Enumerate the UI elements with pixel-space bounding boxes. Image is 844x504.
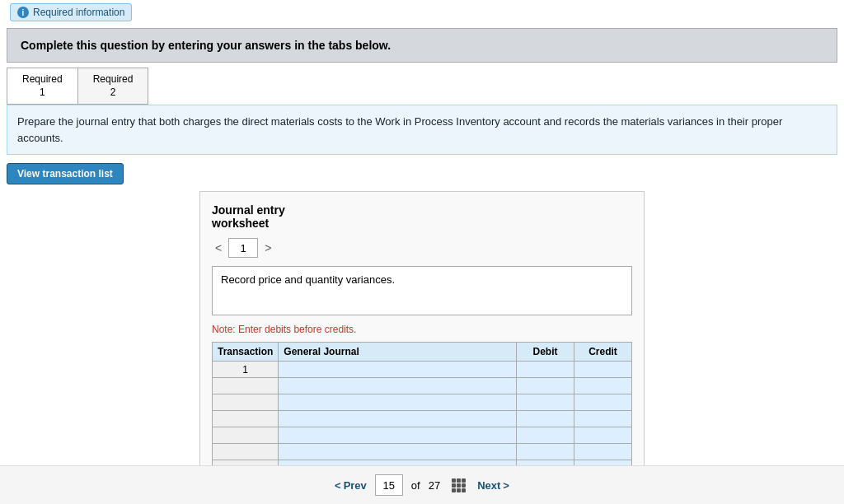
table-row [213, 411, 632, 427]
prev-button[interactable]: < Prev [335, 479, 367, 492]
credit-cell[interactable] [574, 362, 632, 378]
journal-entry-table: Transaction General Journal Debit Credit… [212, 342, 632, 477]
credit-cell[interactable] [574, 378, 632, 394]
col-header-credit: Credit [574, 343, 632, 362]
credit-cell[interactable] [574, 444, 632, 460]
debit-cell[interactable] [517, 362, 574, 378]
view-transaction-list-button[interactable]: View transaction list [7, 163, 124, 184]
required-info-badge: i Required information [10, 3, 132, 21]
transaction-num-cell [213, 444, 279, 460]
table-row [213, 444, 632, 460]
journal-entry-worksheet: Journal entry worksheet < > Record price… [199, 191, 645, 504]
debits-before-credits-note: Note: Enter debits before credits. [212, 324, 632, 335]
prev-page-button[interactable]: < [212, 240, 225, 256]
instruction-box: Prepare the journal entry that both char… [7, 105, 837, 155]
next-page-button[interactable]: > [261, 240, 274, 256]
table-row [213, 394, 632, 411]
description-text: Record price and quantity variances. [221, 273, 395, 286]
instruction-text: Prepare the journal entry that both char… [17, 115, 782, 144]
general-journal-cell[interactable] [279, 394, 517, 411]
tab-required-2[interactable]: Required2 [78, 68, 148, 104]
worksheet-title-line1: Journal entry [212, 203, 285, 217]
col-header-transaction: Transaction [213, 343, 279, 362]
table-row [213, 427, 632, 444]
page-nav-row: < > [212, 238, 632, 258]
general-journal-cell[interactable] [279, 427, 517, 444]
of-text: of [411, 479, 420, 492]
info-icon: i [17, 7, 29, 18]
transaction-num-cell [213, 378, 279, 394]
tabs-row: Required1 Required2 [7, 68, 148, 105]
next-chevron-icon: > [503, 479, 509, 492]
general-journal-cell[interactable] [279, 378, 517, 394]
total-pages: 27 [429, 479, 440, 492]
worksheet-title: Journal entry worksheet [212, 203, 632, 230]
general-journal-cell[interactable] [279, 362, 517, 378]
credit-cell[interactable] [574, 427, 632, 444]
complete-question-box: Complete this question by entering your … [7, 28, 837, 63]
credit-cell[interactable] [574, 411, 632, 427]
worksheet-title-line2: worksheet [212, 217, 269, 230]
table-row [213, 378, 632, 394]
next-button[interactable]: Next > [477, 479, 509, 492]
footer-nav: < Prev of 27 Next > [0, 465, 844, 504]
tab-required-1[interactable]: Required1 [7, 68, 78, 104]
page-number-input[interactable] [228, 238, 258, 258]
debit-cell[interactable] [517, 394, 574, 411]
debit-cell[interactable] [517, 427, 574, 444]
col-header-debit: Debit [517, 343, 574, 362]
general-journal-cell[interactable] [279, 411, 517, 427]
debit-cell[interactable] [517, 444, 574, 460]
transaction-num-cell [213, 411, 279, 427]
table-row: 1 [213, 362, 632, 378]
prev-chevron-icon: < [335, 479, 341, 492]
current-page-input[interactable] [375, 474, 403, 496]
next-label: Next [477, 479, 500, 492]
transaction-num-cell [213, 427, 279, 444]
grid-icon[interactable] [452, 478, 466, 492]
debit-cell[interactable] [517, 411, 574, 427]
credit-cell[interactable] [574, 394, 632, 411]
debit-cell[interactable] [517, 378, 574, 394]
transaction-description: Record price and quantity variances. [212, 266, 632, 315]
required-info-label: Required information [33, 7, 124, 18]
transaction-num-cell: 1 [213, 362, 279, 378]
transaction-num-cell [213, 394, 279, 411]
general-journal-cell[interactable] [279, 444, 517, 460]
prev-label: Prev [344, 479, 367, 492]
col-header-general-journal: General Journal [279, 343, 517, 362]
complete-question-text: Complete this question by entering your … [21, 39, 391, 52]
